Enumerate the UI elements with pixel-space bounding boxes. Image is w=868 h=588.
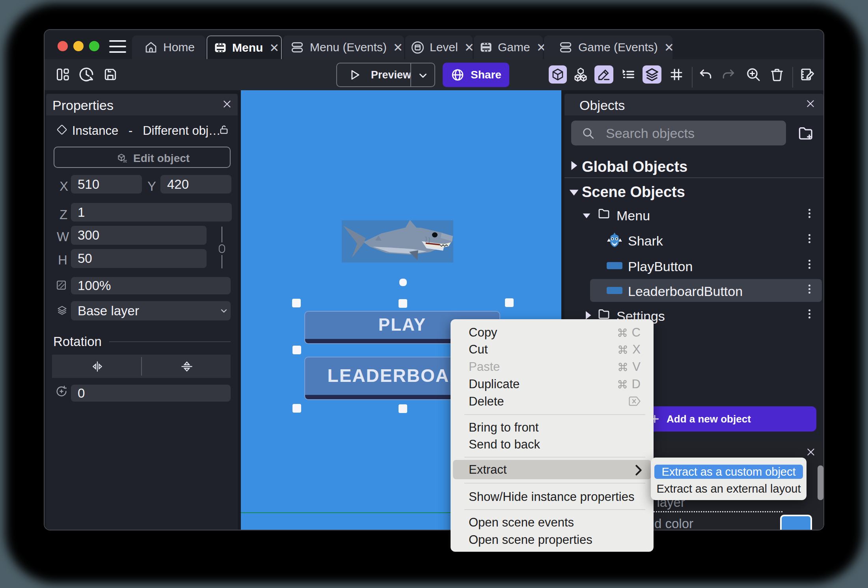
svg-text:2D: 2D bbox=[123, 159, 127, 163]
